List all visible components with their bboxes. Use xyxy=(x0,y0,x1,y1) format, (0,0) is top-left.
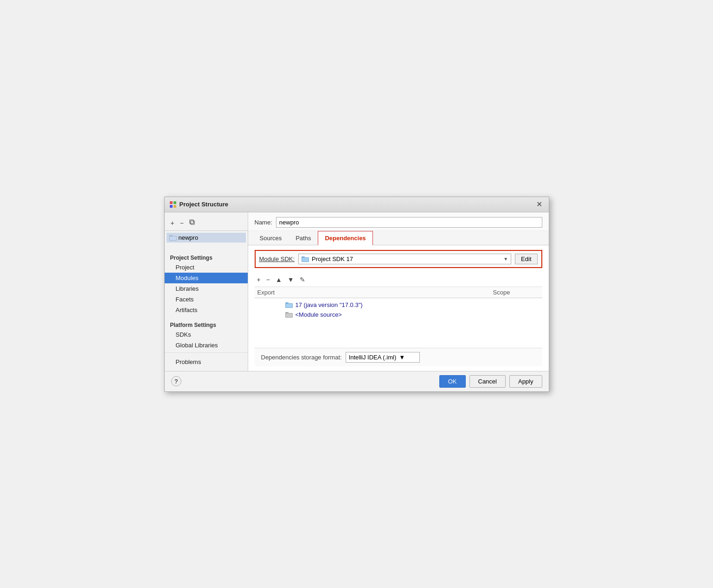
svg-rect-3 xyxy=(173,205,176,208)
dep-move-down-button[interactable]: ▼ xyxy=(285,275,296,285)
project-structure-dialog: Project Structure ✕ + − xyxy=(164,197,549,392)
main-content: + − newpro xyxy=(165,212,549,371)
module-name: newpro xyxy=(179,234,199,241)
col-export-header: Export xyxy=(257,289,285,296)
svg-rect-8 xyxy=(170,236,176,240)
cancel-button[interactable]: Cancel xyxy=(469,375,506,388)
project-settings-header: Project Settings xyxy=(165,252,248,262)
sidebar-item-facets[interactable]: Facets xyxy=(165,294,248,305)
dep-folder-icon-module xyxy=(285,312,293,318)
dep-table-header: Export Scope xyxy=(255,287,542,298)
svg-rect-7 xyxy=(169,235,173,236)
sdk-edit-button[interactable]: Edit xyxy=(515,254,537,264)
storage-label: Dependencies storage format: xyxy=(261,354,342,361)
sidebar-item-modules[interactable]: Modules xyxy=(165,273,248,283)
name-input[interactable] xyxy=(276,217,542,228)
problems-section: Problems xyxy=(165,352,248,367)
sdk-label: Module SDK: xyxy=(259,256,295,262)
name-label: Name: xyxy=(255,219,272,226)
sidebar-item-libraries[interactable]: Libraries xyxy=(165,283,248,294)
title-bar: Project Structure ✕ xyxy=(165,197,549,212)
sidebar: + − newpro xyxy=(165,212,248,371)
dep-toolbar: + − ▲ ▼ ✎ xyxy=(255,273,542,287)
platform-settings-header: Platform Settings xyxy=(165,319,248,329)
sidebar-item-sdks[interactable]: SDKs xyxy=(165,329,248,340)
ok-button[interactable]: OK xyxy=(439,375,466,388)
module-tree: newpro xyxy=(165,231,248,244)
dep-remove-button[interactable]: − xyxy=(264,275,272,285)
name-row: Name: xyxy=(248,212,549,231)
add-module-button[interactable]: + xyxy=(168,218,177,228)
dep-edit-button[interactable]: ✎ xyxy=(297,275,308,285)
sidebar-item-project[interactable]: Project xyxy=(165,262,248,273)
remove-module-button[interactable]: − xyxy=(178,218,186,228)
dep-name-jdk: 17 (java version "17.0.3") xyxy=(295,301,540,308)
tab-paths[interactable]: Paths xyxy=(289,231,318,245)
svg-rect-4 xyxy=(191,221,194,224)
svg-rect-16 xyxy=(285,312,289,313)
col-name-header xyxy=(285,289,493,296)
svg-rect-0 xyxy=(170,201,173,204)
storage-value: IntelliJ IDEA (.iml) xyxy=(349,354,397,361)
dep-table: Export Scope 17 ( xyxy=(255,287,542,321)
svg-rect-13 xyxy=(285,302,289,304)
tabs-row: Sources Paths Dependencies xyxy=(248,231,549,245)
sdk-dropdown-arrow: ▼ xyxy=(503,256,508,262)
right-panel: Name: Sources Paths Dependencies Module … xyxy=(248,212,549,371)
dep-folder-icon-jdk xyxy=(285,302,293,308)
tab-dependencies[interactable]: Dependencies xyxy=(318,231,373,245)
storage-dropdown[interactable]: IntelliJ IDEA (.iml) ▼ xyxy=(346,352,420,363)
dep-table-body: 17 (java version "17.0.3") <Module sourc… xyxy=(255,298,542,321)
sidebar-toolbar: + − xyxy=(165,216,248,231)
sdk-label-text: Module SDK: xyxy=(259,256,295,262)
title-bar-left: Project Structure xyxy=(169,201,228,208)
svg-rect-17 xyxy=(286,313,292,317)
copy-icon xyxy=(189,219,196,226)
svg-rect-11 xyxy=(302,258,308,262)
dialog-footer: ? OK Cancel Apply xyxy=(165,371,549,391)
copy-module-button[interactable] xyxy=(187,218,198,229)
storage-dropdown-arrow: ▼ xyxy=(399,354,405,361)
dialog-title: Project Structure xyxy=(180,201,228,208)
dep-move-up-button[interactable]: ▲ xyxy=(273,275,284,285)
sidebar-item-problems[interactable]: Problems xyxy=(165,357,248,367)
dep-name-module-source: <Module source> xyxy=(295,311,540,318)
dep-add-button[interactable]: + xyxy=(255,275,263,285)
app-icon xyxy=(169,201,177,208)
help-button[interactable]: ? xyxy=(171,376,181,386)
storage-row: Dependencies storage format: IntelliJ ID… xyxy=(255,348,542,366)
svg-rect-10 xyxy=(302,256,305,258)
sdk-folder-icon xyxy=(302,256,309,262)
close-button[interactable]: ✕ xyxy=(535,200,544,209)
sidebar-item-global-libraries[interactable]: Global Libraries xyxy=(165,340,248,351)
dependencies-content: Module SDK: Project SDK 17 ▼ Edit xyxy=(248,245,549,371)
dep-row-jdk[interactable]: 17 (java version "17.0.3") xyxy=(255,300,542,310)
svg-rect-1 xyxy=(173,201,176,204)
module-folder-icon xyxy=(169,235,177,241)
svg-rect-5 xyxy=(190,220,193,224)
col-scope-header: Scope xyxy=(493,289,540,296)
svg-rect-2 xyxy=(170,205,173,208)
sdk-value: Project SDK 17 xyxy=(312,256,501,262)
apply-button[interactable]: Apply xyxy=(509,375,542,388)
sdk-row: Module SDK: Project SDK 17 ▼ Edit xyxy=(255,250,542,268)
tab-sources[interactable]: Sources xyxy=(253,231,289,245)
module-tree-item[interactable]: newpro xyxy=(167,233,246,243)
dep-row-module-source[interactable]: <Module source> xyxy=(255,310,542,320)
sidebar-item-artifacts[interactable]: Artifacts xyxy=(165,305,248,315)
sdk-dropdown[interactable]: Project SDK 17 ▼ xyxy=(298,254,511,264)
svg-rect-14 xyxy=(286,304,292,307)
